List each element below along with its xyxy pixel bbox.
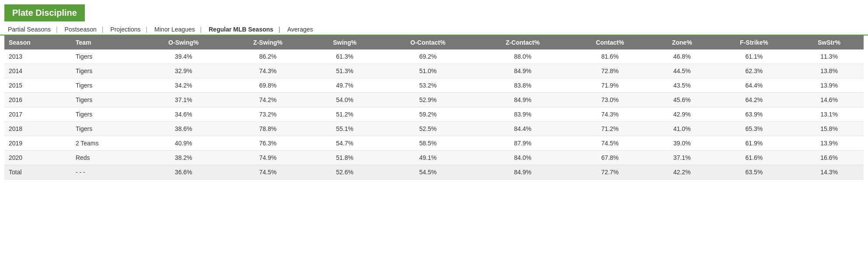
table-row: 2013Tigers39.4%86.2%61.3%69.2%88.0%81.6%…: [4, 49, 864, 64]
cell-team: Tigers: [71, 122, 141, 136]
cell-contact: 81.6%: [569, 49, 650, 64]
table-header-row: Season Team O-Swing% Z-Swing% Swing% O-C…: [4, 35, 864, 49]
header-wrapper: Plate Discipline: [0, 4, 868, 21]
cell-contact: 72.7%: [569, 165, 650, 180]
cell-o_swing: 40.9%: [141, 136, 226, 151]
cell-o_swing: 38.6%: [141, 122, 226, 136]
cell-swstr: 13.8%: [795, 64, 864, 78]
cell-contact: 74.5%: [569, 136, 650, 151]
cell-z_contact: 83.8%: [476, 78, 569, 93]
cell-team: Tigers: [71, 93, 141, 107]
cell-zone: 41.0%: [651, 122, 714, 136]
cell-o_contact: 51.0%: [380, 64, 476, 78]
col-team: Team: [71, 35, 141, 49]
cell-z_swing: 74.5%: [226, 165, 309, 180]
cell-o_swing: 39.4%: [141, 49, 226, 64]
tab-minor-leagues[interactable]: Minor Leagues: [151, 24, 205, 35]
cell-team: Tigers: [71, 49, 141, 64]
cell-swstr: 16.6%: [795, 151, 864, 165]
col-contact: Contact%: [569, 35, 650, 49]
cell-zone: 42.2%: [651, 165, 714, 180]
col-z-contact: Z-Contact%: [476, 35, 569, 49]
col-swing: Swing%: [310, 35, 380, 49]
cell-z_contact: 84.0%: [476, 151, 569, 165]
cell-swing: 54.7%: [310, 136, 380, 151]
tab-partial-seasons[interactable]: Partial Seasons: [4, 24, 61, 35]
cell-team: Tigers: [71, 107, 141, 122]
cell-contact: 67.8%: [569, 151, 650, 165]
cell-contact: 72.8%: [569, 64, 650, 78]
table-row: 2020Reds38.2%74.9%51.8%49.1%84.0%67.8%37…: [4, 151, 864, 165]
cell-zone: 42.9%: [651, 107, 714, 122]
cell-f_strike: 61.1%: [714, 49, 795, 64]
cell-season: 2014: [4, 64, 71, 78]
cell-f_strike: 61.9%: [714, 136, 795, 151]
cell-swstr: 14.3%: [795, 165, 864, 180]
cell-z_swing: 78.8%: [226, 122, 309, 136]
cell-f_strike: 63.9%: [714, 107, 795, 122]
table-row: 2018Tigers38.6%78.8%55.1%52.5%84.4%71.2%…: [4, 122, 864, 136]
cell-z_contact: 87.9%: [476, 136, 569, 151]
cell-o_contact: 58.5%: [380, 136, 476, 151]
page-wrapper: Plate Discipline Partial Seasons Postsea…: [0, 0, 868, 261]
cell-swstr: 13.9%: [795, 136, 864, 151]
cell-z_swing: 76.3%: [226, 136, 309, 151]
cell-contact: 71.2%: [569, 122, 650, 136]
cell-f_strike: 63.5%: [714, 165, 795, 180]
cell-z_contact: 84.9%: [476, 165, 569, 180]
col-o-swing: O-Swing%: [141, 35, 226, 49]
cell-zone: 43.5%: [651, 78, 714, 93]
cell-zone: 39.0%: [651, 136, 714, 151]
cell-team: Reds: [71, 151, 141, 165]
table-row: 2015Tigers34.2%69.8%49.7%53.2%83.8%71.9%…: [4, 78, 864, 93]
cell-o_contact: 52.5%: [380, 122, 476, 136]
cell-zone: 44.5%: [651, 64, 714, 78]
cell-z_contact: 84.9%: [476, 64, 569, 78]
cell-o_contact: 53.2%: [380, 78, 476, 93]
cell-swing: 51.3%: [310, 64, 380, 78]
cell-swing: 52.6%: [310, 165, 380, 180]
cell-swing: 51.8%: [310, 151, 380, 165]
cell-team: Tigers: [71, 64, 141, 78]
cell-o_contact: 54.5%: [380, 165, 476, 180]
col-zone: Zone%: [651, 35, 714, 49]
cell-o_swing: 37.1%: [141, 93, 226, 107]
cell-o_swing: 34.6%: [141, 107, 226, 122]
tab-averages[interactable]: Averages: [284, 24, 317, 35]
cell-f_strike: 65.3%: [714, 122, 795, 136]
col-swstr: SwStr%: [795, 35, 864, 49]
cell-o_contact: 52.9%: [380, 93, 476, 107]
table-row: 2016Tigers37.1%74.2%54.0%52.9%84.9%73.0%…: [4, 93, 864, 107]
cell-season: 2020: [4, 151, 71, 165]
cell-z_contact: 83.9%: [476, 107, 569, 122]
cell-z_swing: 73.2%: [226, 107, 309, 122]
cell-season: 2017: [4, 107, 71, 122]
tab-projections[interactable]: Projections: [107, 24, 151, 35]
cell-swstr: 13.1%: [795, 107, 864, 122]
tab-postseason[interactable]: Postseason: [61, 24, 107, 35]
cell-zone: 46.8%: [651, 49, 714, 64]
col-o-contact: O-Contact%: [380, 35, 476, 49]
cell-season: 2019: [4, 136, 71, 151]
table-row: Total- - -36.6%74.5%52.6%54.5%84.9%72.7%…: [4, 165, 864, 180]
nav-tabs: Partial Seasons Postseason Projections M…: [0, 21, 868, 35]
tab-regular-mlb-seasons[interactable]: Regular MLB Seasons: [205, 24, 284, 35]
cell-f_strike: 64.4%: [714, 78, 795, 93]
cell-o_swing: 38.2%: [141, 151, 226, 165]
cell-z_swing: 74.9%: [226, 151, 309, 165]
cell-team: Tigers: [71, 78, 141, 93]
cell-swing: 54.0%: [310, 93, 380, 107]
cell-o_contact: 69.2%: [380, 49, 476, 64]
cell-o_contact: 49.1%: [380, 151, 476, 165]
cell-swing: 49.7%: [310, 78, 380, 93]
cell-z_swing: 69.8%: [226, 78, 309, 93]
table-row: 2014Tigers32.9%74.3%51.3%51.0%84.9%72.8%…: [4, 64, 864, 78]
cell-z_contact: 84.9%: [476, 93, 569, 107]
cell-o_swing: 36.6%: [141, 165, 226, 180]
plate-discipline-table: Season Team O-Swing% Z-Swing% Swing% O-C…: [4, 35, 864, 180]
cell-contact: 71.9%: [569, 78, 650, 93]
cell-z_contact: 88.0%: [476, 49, 569, 64]
cell-swstr: 15.8%: [795, 122, 864, 136]
cell-swstr: 14.6%: [795, 93, 864, 107]
cell-f_strike: 64.2%: [714, 93, 795, 107]
